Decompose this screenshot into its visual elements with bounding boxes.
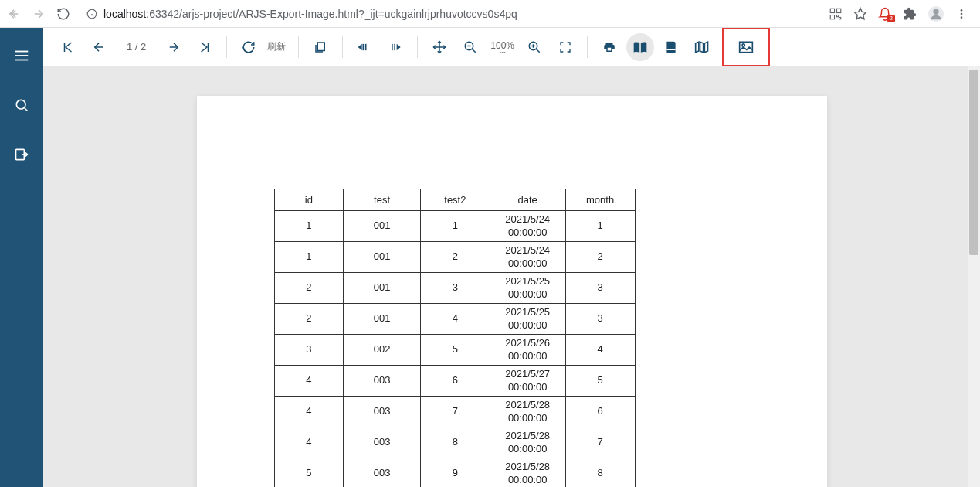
cell-date: 2021/5/2800:00:00 <box>490 427 565 458</box>
cell-month: 3 <box>565 304 635 335</box>
chrome-menu-icon[interactable] <box>955 8 968 20</box>
scrollbar-track[interactable] <box>968 66 980 487</box>
fullscreen-button[interactable] <box>551 33 579 61</box>
move-button[interactable] <box>426 33 453 61</box>
svg-point-14 <box>961 16 963 19</box>
cell-test2: 2 <box>420 242 490 273</box>
facing-page-button[interactable] <box>688 33 716 61</box>
table-row: 400362021/5/2700:00:005 <box>274 366 635 397</box>
page-indicator: 1 / 2 <box>127 41 146 53</box>
svg-rect-25 <box>363 43 365 49</box>
extensions-puzzle-icon[interactable] <box>903 7 917 21</box>
svg-marker-24 <box>358 43 362 49</box>
cell-test2: 3 <box>420 273 490 304</box>
toolbar-separator <box>342 36 343 58</box>
toolbar-separator <box>417 36 418 58</box>
info-icon <box>86 9 97 19</box>
toolbar-separator <box>226 36 227 58</box>
header-test: test <box>344 189 421 211</box>
svg-rect-27 <box>392 43 393 49</box>
cell-test: 001 <box>344 242 421 273</box>
zoom-level-button[interactable]: 100% ••• <box>487 33 517 61</box>
next-page-button[interactable] <box>160 33 188 61</box>
svg-rect-23 <box>318 43 325 51</box>
cell-month: 3 <box>565 273 635 304</box>
toolbar-separator <box>298 36 299 58</box>
cell-id: 4 <box>274 427 344 458</box>
extension-badge: 2 <box>887 15 895 22</box>
reload-button[interactable] <box>56 6 71 22</box>
cell-id: 2 <box>274 304 344 335</box>
single-page-button[interactable] <box>626 33 654 61</box>
qr-icon[interactable] <box>829 7 843 21</box>
svg-rect-26 <box>365 43 367 49</box>
refresh-label: 刷新 <box>267 40 286 53</box>
sidebar-search-button[interactable] <box>6 90 37 121</box>
svg-point-11 <box>933 9 938 14</box>
svg-rect-39 <box>666 49 675 50</box>
history-forward-button[interactable] <box>381 33 409 61</box>
zoom-out-button[interactable] <box>456 33 484 61</box>
table-row: 400372021/5/2800:00:006 <box>274 397 635 427</box>
cell-test2: 5 <box>420 335 490 366</box>
browser-bar: localhost:63342/arjs-project/ARJS-Export… <box>0 0 980 28</box>
svg-line-36 <box>536 49 540 53</box>
address-bar[interactable]: localhost:63342/arjs-project/ARJS-Export… <box>77 3 822 25</box>
cell-date: 2021/5/2400:00:00 <box>490 211 565 242</box>
table-row: 200132021/5/2500:00:003 <box>274 273 635 304</box>
svg-point-13 <box>961 12 963 15</box>
export-image-button[interactable] <box>732 33 760 61</box>
toolbar-separator <box>587 36 588 58</box>
content-area: 1 / 2 刷新 <box>43 28 980 487</box>
svg-rect-7 <box>837 15 839 16</box>
forward-button[interactable] <box>31 6 46 22</box>
table-row: 100122021/5/2400:00:002 <box>274 242 635 273</box>
report-viewport[interactable]: id test test2 date month 100112021/5/240… <box>43 66 980 487</box>
header-month: month <box>565 189 635 211</box>
cell-test: 003 <box>344 397 421 427</box>
cell-test2: 7 <box>420 397 490 427</box>
last-page-button[interactable] <box>191 33 219 61</box>
sidebar-export-button[interactable] <box>6 139 37 170</box>
cell-id: 1 <box>274 242 344 273</box>
scrollbar-thumb[interactable] <box>969 70 978 255</box>
first-page-button[interactable] <box>54 33 82 61</box>
cell-month: 2 <box>565 242 635 273</box>
cell-id: 2 <box>274 273 344 304</box>
refresh-button[interactable] <box>235 33 263 61</box>
svg-rect-8 <box>839 17 841 19</box>
header-test2: test2 <box>420 189 490 211</box>
cell-id: 3 <box>274 335 344 366</box>
sidebar-toggle-button[interactable] <box>6 40 37 71</box>
history-back-button[interactable] <box>351 33 378 61</box>
ellipsis-icon: ••• <box>499 51 505 54</box>
svg-rect-4 <box>830 9 834 12</box>
table-header-row: id test test2 date month <box>274 189 635 211</box>
svg-point-41 <box>742 43 744 46</box>
continuous-page-button[interactable] <box>657 33 685 61</box>
viewer-toolbar: 1 / 2 刷新 <box>43 28 980 66</box>
cell-test2: 1 <box>420 211 490 242</box>
gallery-mode-button[interactable] <box>307 33 334 61</box>
extension-bell-icon[interactable]: 2 <box>878 7 892 21</box>
bookmark-star-icon[interactable] <box>853 7 867 21</box>
svg-rect-40 <box>740 42 753 52</box>
cell-id: 5 <box>274 458 344 488</box>
cell-test: 003 <box>344 366 421 397</box>
table-row: 200142021/5/2500:00:003 <box>274 304 635 335</box>
table-row: 500392021/5/2800:00:008 <box>274 458 635 488</box>
cell-test: 003 <box>344 458 421 488</box>
zoom-in-button[interactable] <box>521 33 548 61</box>
back-button[interactable] <box>6 6 22 22</box>
profile-avatar-icon[interactable] <box>927 5 944 22</box>
table-row: 300252021/5/2600:00:004 <box>274 335 635 366</box>
svg-rect-28 <box>395 43 396 49</box>
svg-rect-5 <box>837 9 841 12</box>
cell-id: 1 <box>274 211 344 242</box>
browser-right-icons: 2 <box>829 5 968 22</box>
table-row: 400382021/5/2800:00:007 <box>274 427 635 458</box>
cell-test: 001 <box>344 211 421 242</box>
prev-page-button[interactable] <box>85 33 113 61</box>
cell-date: 2021/5/2700:00:00 <box>490 366 565 397</box>
print-button[interactable] <box>595 33 623 61</box>
